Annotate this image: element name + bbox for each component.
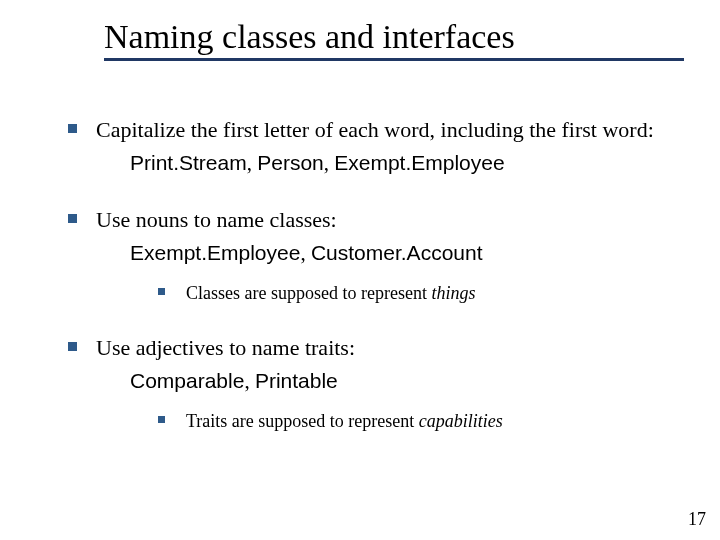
example-line: Exempt.Employee, Customer.Account bbox=[130, 239, 680, 267]
sub-em: things bbox=[431, 283, 475, 303]
slide-body: Capitalize the first letter of each word… bbox=[40, 115, 680, 434]
separator: , bbox=[300, 241, 311, 265]
example-line: Print.Stream, Person, Exempt.Employee bbox=[130, 149, 680, 177]
sub-list-item: Traits are supposed to represent capabil… bbox=[130, 409, 680, 433]
page-number: 17 bbox=[688, 509, 706, 530]
example-item: Print.Stream bbox=[130, 151, 247, 174]
sub-list-item: Classes are supposed to represent things bbox=[130, 281, 680, 305]
sub-em: capabilities bbox=[419, 411, 503, 431]
list-item: Use adjectives to name traits: Comparabl… bbox=[40, 333, 680, 433]
sub-list: Classes are supposed to represent things bbox=[96, 281, 680, 305]
example-item: Printable bbox=[255, 369, 338, 392]
title-block: Naming classes and interfaces bbox=[104, 18, 680, 61]
separator: , bbox=[244, 369, 255, 393]
list-item: Capitalize the first letter of each word… bbox=[40, 115, 680, 177]
separator: , bbox=[247, 151, 258, 175]
bullet-text: Capitalize the first letter of each word… bbox=[96, 117, 654, 142]
example-item: Comparable bbox=[130, 369, 244, 392]
square-bullet-icon bbox=[68, 342, 77, 351]
square-bullet-icon bbox=[68, 124, 77, 133]
sub-text: Classes are supposed to represent bbox=[186, 283, 431, 303]
sub-text: Traits are supposed to represent bbox=[186, 411, 419, 431]
example-item: Customer.Account bbox=[311, 241, 483, 264]
title-underline bbox=[104, 58, 684, 61]
bullet-list: Capitalize the first letter of each word… bbox=[40, 115, 680, 434]
bullet-text: Use nouns to name classes: bbox=[96, 207, 337, 232]
square-bullet-icon bbox=[158, 288, 165, 295]
square-bullet-icon bbox=[68, 214, 77, 223]
square-bullet-icon bbox=[158, 416, 165, 423]
bullet-text: Use adjectives to name traits: bbox=[96, 335, 355, 360]
slide-title: Naming classes and interfaces bbox=[104, 18, 680, 56]
example-item: Exempt.Employee bbox=[130, 241, 300, 264]
list-item: Use nouns to name classes: Exempt.Employ… bbox=[40, 205, 680, 305]
example-line: Comparable, Printable bbox=[130, 367, 680, 395]
separator: , bbox=[324, 151, 335, 175]
sub-list: Traits are supposed to represent capabil… bbox=[96, 409, 680, 433]
example-item: Person bbox=[257, 151, 324, 174]
example-item: Exempt.Employee bbox=[334, 151, 504, 174]
